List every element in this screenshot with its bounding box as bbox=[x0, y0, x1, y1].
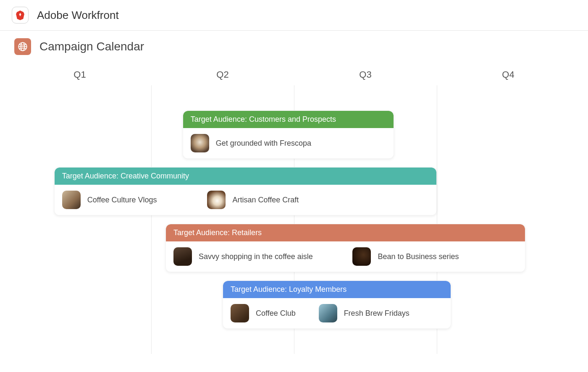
audience-group-customers-prospects[interactable]: Target Audience: Customers and Prospects… bbox=[183, 110, 394, 159]
audience-group-header[interactable]: Target Audience: Loyalty Members bbox=[223, 281, 451, 298]
quarter-header-q1: Q1 bbox=[8, 69, 151, 80]
campaign-thumbnail bbox=[231, 304, 249, 322]
campaign-label: Bean to Business series bbox=[378, 252, 459, 261]
campaign-label: Coffee Culture Vlogs bbox=[87, 196, 157, 204]
campaign-item[interactable]: Artisan Coffee Craft bbox=[207, 191, 299, 209]
audience-group-items: Get grounded with Frescopa bbox=[183, 128, 394, 158]
campaign-item[interactable]: Coffee Culture Vlogs bbox=[62, 191, 157, 209]
timeline-body: Target Audience: Customers and Prospects… bbox=[8, 85, 580, 354]
campaign-item[interactable]: Bean to Business series bbox=[352, 247, 459, 266]
campaign-item[interactable]: Get grounded with Frescopa bbox=[191, 134, 311, 152]
page-title: Campaign Calendar bbox=[39, 40, 144, 53]
audience-group-header[interactable]: Target Audience: Retailers bbox=[166, 224, 525, 241]
audience-group-header[interactable]: Target Audience: Creative Community bbox=[55, 168, 436, 185]
app-header: Adobe Workfront bbox=[0, 0, 588, 31]
quarter-header-q2: Q2 bbox=[151, 69, 294, 80]
audience-group-items: Coffee ClubFresh Brew Fridays bbox=[223, 298, 451, 328]
audience-group-creative-community[interactable]: Target Audience: Creative CommunityCoffe… bbox=[54, 167, 437, 215]
campaign-label: Artisan Coffee Craft bbox=[232, 196, 299, 204]
audience-group-loyalty-members[interactable]: Target Audience: Loyalty MembersCoffee C… bbox=[223, 280, 451, 329]
campaign-label: Fresh Brew Fridays bbox=[344, 309, 410, 318]
page-header: Campaign Calendar bbox=[0, 31, 588, 60]
brand-title: Adobe Workfront bbox=[37, 9, 119, 22]
campaign-label: Coffee Club bbox=[256, 309, 296, 318]
quarter-headers: Q1Q2Q3Q4 bbox=[8, 64, 580, 85]
quarter-header-q4: Q4 bbox=[437, 69, 580, 80]
campaign-thumbnail bbox=[207, 191, 226, 209]
campaign-thumbnail bbox=[173, 247, 192, 266]
campaign-item[interactable]: Fresh Brew Fridays bbox=[319, 304, 410, 322]
svg-point-1 bbox=[21, 13, 21, 14]
campaign-thumbnail bbox=[191, 134, 209, 152]
audience-group-items: Coffee Culture VlogsArtisan Coffee Craft bbox=[55, 185, 436, 215]
campaign-item[interactable]: Coffee Club bbox=[231, 304, 296, 322]
svg-point-0 bbox=[19, 13, 20, 14]
campaign-thumbnail bbox=[352, 247, 371, 266]
quarter-header-q3: Q3 bbox=[294, 69, 437, 80]
calendar-view: Q1Q2Q3Q4 Target Audience: Customers and … bbox=[0, 64, 588, 354]
brand-logo-icon bbox=[12, 7, 29, 24]
campaign-thumbnail bbox=[319, 304, 337, 322]
globe-icon bbox=[14, 38, 31, 55]
campaign-item[interactable]: Savvy shopping in the coffee aisle bbox=[173, 247, 313, 266]
audience-group-header[interactable]: Target Audience: Customers and Prospects bbox=[183, 111, 394, 128]
audience-group-retailers[interactable]: Target Audience: RetailersSavvy shopping… bbox=[165, 224, 525, 272]
campaign-label: Savvy shopping in the coffee aisle bbox=[199, 252, 313, 261]
campaign-thumbnail bbox=[62, 191, 81, 209]
campaign-label: Get grounded with Frescopa bbox=[216, 139, 311, 148]
audience-group-items: Savvy shopping in the coffee aisleBean t… bbox=[166, 241, 525, 272]
